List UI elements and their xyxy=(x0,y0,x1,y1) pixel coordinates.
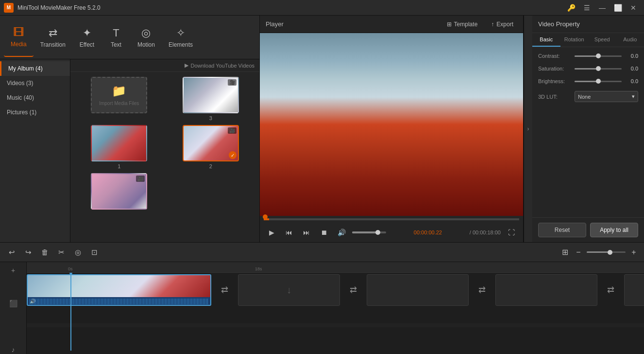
music-track xyxy=(27,307,644,321)
transition-3[interactable]: ⇄ xyxy=(469,277,495,303)
brightness-slider[interactable] xyxy=(575,81,622,82)
zoom-in-button[interactable]: + xyxy=(628,247,639,258)
add-media-button[interactable]: + xyxy=(6,266,20,275)
lut-select[interactable]: None ▾ xyxy=(575,91,638,102)
media-thumb-partial[interactable]: 🎥 xyxy=(91,173,147,210)
transition-1[interactable]: ⇄ xyxy=(211,277,238,303)
export-button[interactable]: ↑ Export xyxy=(487,19,517,30)
tab-audio[interactable]: Audio xyxy=(616,33,644,47)
media-item-2[interactable]: 🎥 ✓ 2 xyxy=(167,125,255,169)
empty-clip-2[interactable] xyxy=(367,274,469,306)
saturation-slider-wrap: 0.0 xyxy=(575,66,638,71)
collapse-toggle[interactable]: › xyxy=(524,16,532,242)
mute-icon[interactable]: 🔊 xyxy=(30,299,35,304)
media-thumb-label-3: 3 xyxy=(209,115,212,121)
contrast-slider[interactable] xyxy=(575,55,622,57)
media-item-3[interactable]: 🎥 3 xyxy=(167,77,255,121)
zoom-slider[interactable] xyxy=(587,251,626,253)
check-icon-2: ✓ xyxy=(229,151,237,159)
media-item-1[interactable]: 1 xyxy=(75,125,163,169)
tab-basic[interactable]: Basic xyxy=(532,33,560,47)
apply-to-all-button[interactable]: Apply to all xyxy=(590,223,638,237)
timeline-content[interactable]: 0s 18s 🔊 xyxy=(27,262,644,354)
player-panel: Player ⊞ Template ↑ Export ▶ ⏮ xyxy=(260,16,524,242)
empty-clip-4[interactable] xyxy=(624,274,644,306)
media-grid-area: ▶ Download YouTube Videos 📁 Import Media… xyxy=(70,59,259,242)
undo-button[interactable]: ↩ xyxy=(5,246,18,259)
toolbar-item-transition[interactable]: ⇄ Transition xyxy=(34,18,72,57)
menu-icon[interactable]: ☰ xyxy=(580,1,593,15)
volume-handle[interactable] xyxy=(375,230,380,235)
import-thumb[interactable]: 📁 Import Media Files xyxy=(91,77,147,113)
transition-4[interactable]: ⇄ xyxy=(597,277,624,303)
download-icon-1: ↓ xyxy=(287,284,291,296)
saturation-handle[interactable] xyxy=(596,66,601,71)
maximize-button[interactable]: ⬜ xyxy=(611,1,625,15)
video-clip-main[interactable]: 🔊 xyxy=(27,274,211,306)
fullscreen-button[interactable]: ⛶ xyxy=(505,226,518,239)
media-thumb-1[interactable] xyxy=(91,125,147,161)
transition-icon: ⇄ xyxy=(49,27,57,39)
fit-view-button[interactable]: ⊞ xyxy=(559,247,570,258)
progress-bar[interactable] xyxy=(264,218,519,220)
effect-icon: ✦ xyxy=(83,27,91,39)
detach-audio-button[interactable]: ◎ xyxy=(71,246,85,259)
template-button[interactable]: ⊞ Template xyxy=(443,19,482,30)
media-item-partial[interactable]: 🎥 xyxy=(75,173,163,210)
import-media-item[interactable]: 📁 Import Media Files xyxy=(75,77,163,121)
contrast-row: Contrast: 0.0 xyxy=(538,53,638,59)
media-thumb-2[interactable]: 🎥 ✓ xyxy=(183,125,239,161)
next-button[interactable]: ⏭ xyxy=(300,226,313,239)
player-controls: ▶ ⏮ ⏭ ⏹ 🔊 00:00:00.22 / 00:00:18:00 ⛶ xyxy=(260,223,523,242)
toolbar-label-effect: Effect xyxy=(80,41,94,48)
tab-speed[interactable]: Speed xyxy=(588,33,616,47)
saturation-slider[interactable] xyxy=(575,68,622,70)
delete-button[interactable]: 🗑 xyxy=(38,246,51,259)
media-sidebar: My Album (4) Videos (3) Music (40) Pictu… xyxy=(0,59,70,242)
prev-button[interactable]: ⏮ xyxy=(282,226,296,239)
sidebar-item-music[interactable]: Music (40) xyxy=(0,90,70,105)
empty-clip-3[interactable] xyxy=(495,274,597,306)
brightness-slider-wrap: 0.0 xyxy=(575,78,638,84)
transition-2[interactable]: ⇄ xyxy=(340,277,367,303)
progress-handle[interactable] xyxy=(263,214,268,219)
time-total: / 00:00:18:00 xyxy=(470,230,501,235)
sidebar-item-videos[interactable]: Videos (3) xyxy=(0,76,70,90)
lut-label: 3D LUT: xyxy=(538,94,575,100)
close-button[interactable]: ✕ xyxy=(627,1,640,15)
empty-clip-1[interactable]: ↓ xyxy=(238,274,340,306)
toolbar-item-effect[interactable]: ✦ Effect xyxy=(72,18,102,57)
volume-button[interactable]: 🔊 xyxy=(335,226,348,239)
ruler-18s: 18s xyxy=(255,266,262,271)
video-track-icon[interactable]: ⬛ xyxy=(6,299,20,308)
zoom-handle[interactable] xyxy=(608,250,612,255)
brightness-value: 0.0 xyxy=(625,78,638,84)
video-cam-icon-partial: 🎥 xyxy=(136,176,145,182)
redo-button[interactable]: ↪ xyxy=(21,246,35,259)
toolbar-item-media[interactable]: 🎞 Media xyxy=(4,18,34,57)
media-thumb-3[interactable]: 🎥 xyxy=(183,77,239,113)
chevron-down-icon: ▾ xyxy=(632,93,635,100)
sidebar-item-pictures[interactable]: Pictures (1) xyxy=(0,105,70,120)
brightness-handle[interactable] xyxy=(596,79,601,84)
toolbar-item-text[interactable]: T Text xyxy=(102,18,131,57)
sidebar-item-my-album[interactable]: My Album (4) xyxy=(0,61,70,76)
minimize-button[interactable]: — xyxy=(595,1,609,15)
tab-rotation[interactable]: Rotation xyxy=(560,33,589,47)
timeline-scrollbar[interactable] xyxy=(27,323,644,327)
player-progress[interactable] xyxy=(260,216,523,223)
cut-button[interactable]: ✂ xyxy=(54,246,68,259)
stop-button[interactable]: ⏹ xyxy=(317,226,331,239)
music-track-icon[interactable]: ♪ xyxy=(6,345,20,354)
volume-slider[interactable] xyxy=(352,231,386,233)
key-icon[interactable]: 🔑 xyxy=(564,1,578,15)
contrast-handle[interactable] xyxy=(596,53,601,58)
zoom-out-button[interactable]: − xyxy=(573,247,584,258)
toolbar-item-elements[interactable]: ✧ Elements xyxy=(162,18,200,57)
toolbar-item-motion[interactable]: ◎ Motion xyxy=(131,18,162,57)
template-label: Template xyxy=(454,21,478,28)
play-button[interactable]: ▶ xyxy=(265,226,278,239)
crop-button[interactable]: ⊡ xyxy=(87,246,101,259)
download-youtube-button[interactable]: ▶ Download YouTube Videos xyxy=(185,62,255,69)
reset-button[interactable]: Reset xyxy=(538,223,586,237)
